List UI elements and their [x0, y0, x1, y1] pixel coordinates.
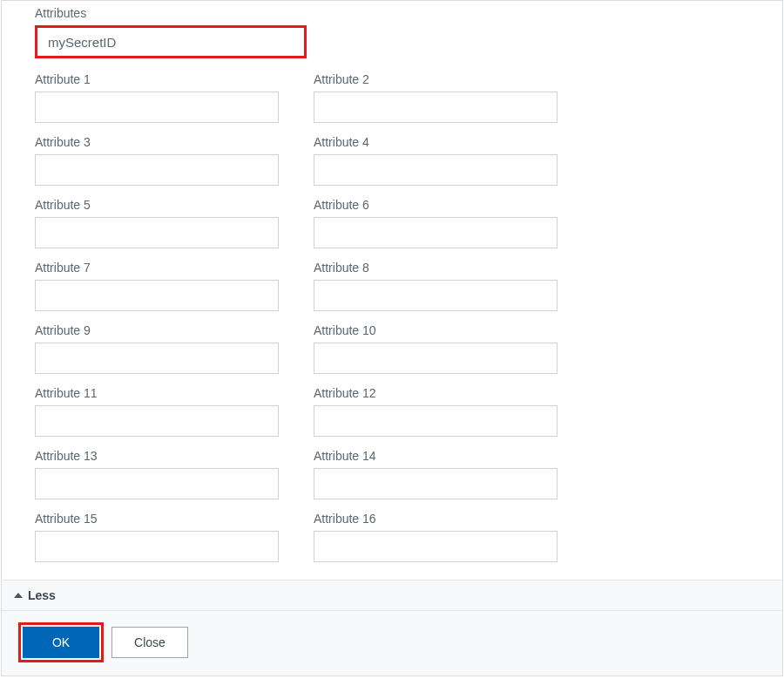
- attribute-label: Attribute 5: [35, 198, 279, 212]
- attribute-field: Attribute 8: [314, 261, 558, 311]
- attributes-section-label: Attributes: [35, 6, 749, 20]
- attribute-field: Attribute 10: [314, 323, 558, 374]
- attribute-label: Attribute 9: [35, 323, 279, 337]
- attribute-label: Attribute 2: [314, 72, 558, 86]
- attribute-field: Attribute 11: [35, 386, 279, 437]
- attribute-label: Attribute 3: [35, 135, 279, 149]
- secret-id-input[interactable]: [35, 25, 307, 58]
- attribute-label: Attribute 12: [314, 386, 558, 400]
- attribute-input[interactable]: [35, 531, 279, 562]
- attribute-input[interactable]: [314, 217, 558, 248]
- attribute-label: Attribute 6: [314, 198, 558, 212]
- attribute-field: Attribute 5: [35, 198, 279, 248]
- attribute-input[interactable]: [314, 154, 558, 186]
- attribute-input[interactable]: [35, 92, 279, 123]
- attribute-field: Attribute 14: [314, 449, 558, 499]
- attribute-label: Attribute 16: [314, 512, 558, 526]
- attribute-input[interactable]: [314, 468, 558, 499]
- attribute-label: Attribute 13: [35, 449, 279, 463]
- attribute-field: Attribute 16: [314, 512, 558, 562]
- attribute-field: Attribute 15: [35, 512, 279, 562]
- attribute-input[interactable]: [35, 468, 279, 499]
- attribute-input[interactable]: [314, 531, 558, 562]
- attribute-input[interactable]: [314, 92, 558, 123]
- attribute-field: Attribute 4: [314, 135, 558, 186]
- attribute-field: Attribute 2: [314, 72, 558, 123]
- attributes-grid: Attribute 1Attribute 2Attribute 3Attribu…: [35, 72, 749, 562]
- attribute-label: Attribute 14: [314, 449, 558, 463]
- dialog-panel: Attributes Attribute 1Attribute 2Attribu…: [1, 0, 783, 676]
- attribute-label: Attribute 7: [35, 261, 279, 275]
- attribute-input[interactable]: [35, 343, 279, 374]
- attribute-input[interactable]: [35, 217, 279, 248]
- attribute-label: Attribute 4: [314, 135, 558, 149]
- ok-button[interactable]: OK: [23, 627, 99, 658]
- attribute-input[interactable]: [35, 280, 279, 311]
- attribute-input[interactable]: [35, 405, 279, 437]
- attribute-field: Attribute 9: [35, 323, 279, 374]
- close-button[interactable]: Close: [112, 627, 188, 658]
- collapse-toggle[interactable]: Less: [2, 580, 782, 611]
- attribute-input[interactable]: [314, 280, 558, 311]
- attribute-label: Attribute 11: [35, 386, 279, 400]
- attribute-field: Attribute 12: [314, 386, 558, 437]
- attribute-field: Attribute 3: [35, 135, 279, 186]
- attribute-field: Attribute 1: [35, 72, 279, 123]
- attribute-field: Attribute 13: [35, 449, 279, 499]
- attribute-input[interactable]: [314, 343, 558, 374]
- form-area: Attributes Attribute 1Attribute 2Attribu…: [2, 1, 782, 580]
- attribute-field: Attribute 7: [35, 261, 279, 311]
- attribute-input[interactable]: [35, 154, 279, 186]
- attribute-input[interactable]: [314, 405, 558, 437]
- attribute-label: Attribute 1: [35, 72, 279, 86]
- attribute-label: Attribute 15: [35, 512, 279, 526]
- collapse-toggle-label: Less: [28, 588, 56, 602]
- triangle-up-icon: [14, 593, 23, 598]
- attribute-label: Attribute 8: [314, 261, 558, 275]
- secret-id-row: [35, 25, 749, 58]
- attribute-field: Attribute 6: [314, 198, 558, 248]
- footer-buttons: OK Close: [2, 611, 782, 676]
- attribute-label: Attribute 10: [314, 323, 558, 337]
